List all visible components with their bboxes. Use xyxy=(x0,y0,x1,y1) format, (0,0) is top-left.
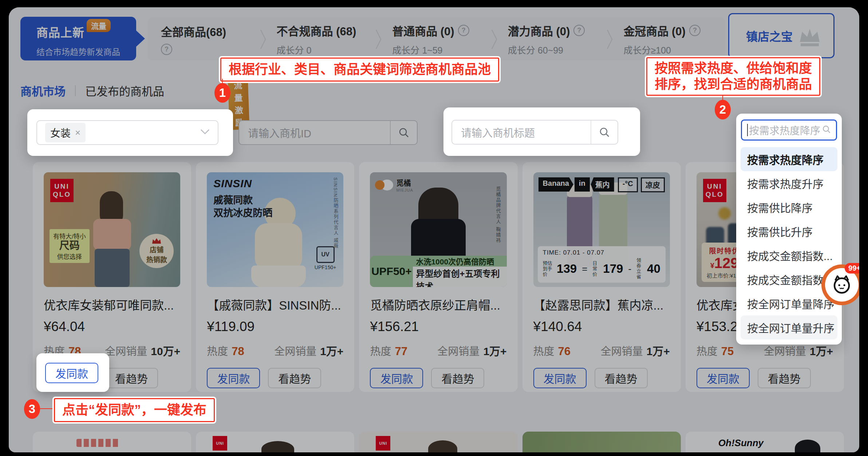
publish-same-button[interactable]: 发同款 xyxy=(207,368,260,388)
crown-icon xyxy=(797,24,822,50)
tab-product-new[interactable]: 商品上新流量 结合市场趋势新发商品 xyxy=(20,17,136,60)
text-cursor xyxy=(747,124,748,136)
product-title: 优衣库女装郁可唯同款... xyxy=(44,296,180,313)
heat-label: 热度 xyxy=(207,343,228,358)
product-image-partial[interactable]: Oh!Sunny xyxy=(686,432,844,452)
tab-normal[interactable]: 普通商品 (0)? 成长分 1~59 xyxy=(379,17,494,60)
view-trend-button[interactable]: 看趋势 xyxy=(595,368,648,388)
view-trend-button[interactable]: 看趋势 xyxy=(758,368,811,388)
subnav-item-market[interactable]: 商机市场 xyxy=(20,82,66,99)
heat-label: 热度 xyxy=(697,343,718,358)
uniqlo-logo: UNIQLO xyxy=(50,179,74,202)
callout-connector xyxy=(722,95,723,100)
product-card[interactable]: 觅橘 MIEJUA 觅橘品牌代言人 鞠婧祎 UPF50+ 水洗1000次仍高倍防… xyxy=(359,162,517,392)
model-figure xyxy=(93,219,131,250)
app-window: 商品上新流量 结合市场趋势新发商品 全部商品(68) ? 不合规商品 (68) … xyxy=(9,7,859,452)
sort-dropdown-panel: 按需求热度降序 按需求热度降序 按需求热度升序 按需供比降序 按需供比升序 按成… xyxy=(736,114,842,345)
product-meta: 热度 75 全网销量 1万+ xyxy=(697,342,833,358)
chevron-down-icon xyxy=(200,129,210,136)
price-info-bar: TIME: 07.01 - 07.07 预估 到手价 139 = 日常 价 17… xyxy=(538,246,666,283)
size-badge: 有特大/特小 尺码 供您选择 xyxy=(50,229,90,263)
model-figure xyxy=(255,223,302,271)
help-icon[interactable]: ? xyxy=(161,44,172,55)
publish-same-button[interactable]: 发同款 xyxy=(45,363,98,383)
opportunity-id-search-input[interactable]: 请输入商机ID xyxy=(238,120,418,145)
sales-label: 全网销量 xyxy=(274,343,316,358)
uniqlo-logo: UNI xyxy=(376,436,390,451)
tab-group: 全部商品(68) ? 不合规商品 (68) 成长分 0 普通商品 (0)? 成长… xyxy=(148,17,725,60)
sort-input[interactable]: 按需求热度降序 xyxy=(741,119,837,141)
search-icon[interactable] xyxy=(591,121,618,144)
product-image-partial[interactable]: UNI xyxy=(359,432,517,452)
tour-step-1-badge: 1 xyxy=(214,83,230,103)
uniqlo-logo: UNI xyxy=(213,436,227,451)
sort-option[interactable]: 按需供比升序 xyxy=(741,219,837,243)
heat-value: 76 xyxy=(558,345,571,358)
model-figure xyxy=(795,440,820,452)
tab-divider xyxy=(494,25,495,52)
product-image-partial[interactable]: UNI xyxy=(196,432,354,452)
category-tag[interactable]: 女装 × xyxy=(45,123,86,142)
bananain-logo: Banana in 蕉内 xyxy=(538,177,614,192)
sort-option[interactable]: 按需供比降序 xyxy=(741,195,837,219)
tab-product-new-label: 商品上新 xyxy=(36,26,84,39)
uniqlo-logo: UNIQLO xyxy=(703,179,726,202)
view-trend-button[interactable]: 看趋势 xyxy=(105,368,158,388)
help-icon[interactable]: ? xyxy=(573,25,585,36)
category-select[interactable]: 女装 × xyxy=(36,120,218,145)
product-image[interactable]: SINSIN 戚薇同款 双抗冰皮防晒 SINSIN防晒系列代言人 戚薇 UV U… xyxy=(207,172,343,287)
view-trend-button[interactable]: 看趋势 xyxy=(268,368,321,388)
unread-count-badge: 99+ xyxy=(845,263,859,274)
opportunity-title-search-input[interactable]: 请输入商机标题 xyxy=(451,120,618,145)
tab-store-treasure[interactable]: 镇店之宝 xyxy=(728,13,835,58)
crown-icon xyxy=(152,238,161,244)
help-icon[interactable]: ? xyxy=(458,25,469,36)
category-filter-card: 女装 × xyxy=(27,109,233,156)
product-grid-row2: UNI UNI Oh!Sunny xyxy=(33,432,844,452)
sort-option[interactable]: 按成交金额指数... xyxy=(741,243,837,267)
traffic-badge: 流量 xyxy=(87,19,111,32)
search-icon[interactable] xyxy=(390,121,417,144)
subnav-item-published[interactable]: 已发布的商机品 xyxy=(85,85,164,98)
sales-value: 1万+ xyxy=(810,342,833,358)
product-title: 【赵露思同款】蕉内凉... xyxy=(533,296,670,313)
tab-noncompliant[interactable]: 不合规商品 (68) 成长分 0 xyxy=(264,17,379,60)
product-image[interactable]: 觅橘 MIEJUA 觅橘品牌代言人 鞠婧祎 UPF50+ 水洗1000次仍高倍防… xyxy=(370,172,506,287)
spokesperson-text: 觅橘品牌代言人 鞠婧祎 xyxy=(495,186,502,243)
qianniu-float-button[interactable]: 99+ xyxy=(821,264,859,305)
product-image[interactable]: Banana in 蕉内 -°C 凉皮 TIME: 07.01 - 07.07 … xyxy=(533,172,670,287)
publish-same-button[interactable]: 发同款 xyxy=(370,368,423,388)
tour-step-2-badge: 2 xyxy=(715,100,731,119)
tag-close-icon[interactable]: × xyxy=(75,127,80,138)
brand-mark xyxy=(76,439,120,447)
sort-value: 按需求热度降序 xyxy=(749,123,820,137)
publish-same-button[interactable]: 发同款 xyxy=(697,368,750,388)
product-meta: 热度 76 全网销量 1万+ xyxy=(533,342,670,358)
sales-label: 全网销量 xyxy=(437,343,480,358)
sort-options-list: 按需求热度降序 按需求热度升序 按需供比降序 按需供比升序 按成交金额指数...… xyxy=(741,147,837,339)
product-card[interactable]: Banana in 蕉内 -°C 凉皮 TIME: 07.01 - 07.07 … xyxy=(522,162,681,392)
product-image-partial[interactable] xyxy=(522,432,681,452)
tab-all-products[interactable]: 全部商品(68) ? xyxy=(148,17,263,60)
product-title: 【戚薇同款】SINSIN防... xyxy=(207,296,343,313)
product-image-partial[interactable] xyxy=(33,432,191,452)
sort-option[interactable]: 按需求热度升序 xyxy=(741,171,837,195)
sort-option[interactable]: 按需求热度降序 xyxy=(741,147,837,171)
product-meta: 热度 78 全网销量 1万+ xyxy=(207,342,343,358)
product-card[interactable]: SINSIN 戚薇同款 双抗冰皮防晒 SINSIN防晒系列代言人 戚薇 UV U… xyxy=(196,162,354,392)
product-grid: UNIQLO 有特大/特小 尺码 供您选择 店铺 热销款 优衣库女装郁可唯同款.… xyxy=(33,162,844,392)
sales-label: 全网销量 xyxy=(764,343,806,358)
view-trend-button[interactable]: 看趋势 xyxy=(431,368,484,388)
product-price: ¥156.21 xyxy=(370,319,506,334)
tab-potential[interactable]: 潜力商品 (0)? 成长分 60~99 xyxy=(495,17,610,60)
tab-gold-crown[interactable]: 金冠商品 (0)? 成长分≥100 xyxy=(610,17,725,60)
sales-value: 10万+ xyxy=(151,342,180,358)
tour-callout-3: 点击“发同款”，一键发布 xyxy=(54,398,215,422)
publish-same-button[interactable]: 发同款 xyxy=(533,368,587,388)
tab-divider xyxy=(609,25,610,52)
image-headline: 戚薇同款 双抗冰皮防晒 xyxy=(213,194,272,220)
help-icon[interactable]: ? xyxy=(689,25,701,36)
sort-option[interactable]: 按全网订单量升序 xyxy=(741,315,837,339)
callout-connector xyxy=(222,79,223,83)
product-image[interactable]: UNIQLO 有特大/特小 尺码 供您选择 店铺 热销款 xyxy=(44,172,180,287)
